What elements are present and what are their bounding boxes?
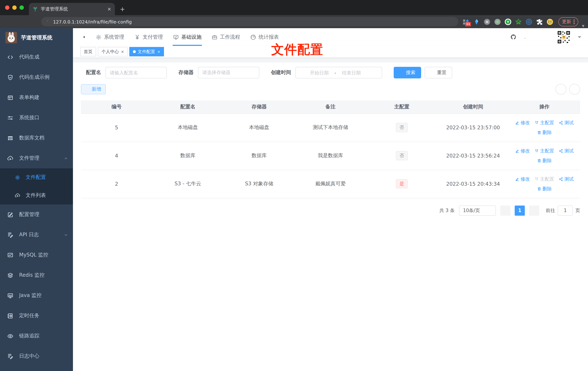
toolbar-overflow-caret-icon[interactable]: ▼ — [582, 24, 584, 28]
storage-select[interactable]: 请选择存储器 — [198, 67, 259, 78]
page-size-select[interactable]: 10条/页 — [459, 205, 496, 215]
tab-close-icon[interactable]: ✕ — [107, 6, 111, 12]
master-config-action[interactable]: 主配置 — [535, 176, 554, 182]
sidebar-item-数据库文档[interactable]: 数据库文档 — [0, 128, 73, 148]
add-button[interactable]: 新增 — [81, 84, 106, 94]
sidebar-fold-icon[interactable] — [78, 33, 86, 41]
sidebar-item-MySQL 监控[interactable]: MySQL 监控 — [0, 245, 73, 265]
reload-icon[interactable] — [22, 18, 29, 25]
github-icon[interactable] — [510, 34, 516, 40]
tag-个人中心[interactable]: 个人中心✕ — [98, 47, 128, 56]
tag-close-icon[interactable]: ✕ — [157, 50, 160, 54]
extension-y-icon[interactable]: Y — [504, 18, 511, 25]
nav-item-工作流程[interactable]: 工作流程 — [207, 28, 245, 46]
macos-window-controls[interactable] — [5, 5, 24, 10]
avatar-dropdown-caret-icon[interactable] — [577, 34, 583, 40]
sidebar-item-日志中心[interactable]: 日志中心 — [0, 346, 73, 366]
extension-gray-circle-icon[interactable] — [494, 18, 501, 25]
nav-item-基础设施[interactable]: 基础设施 — [168, 28, 207, 46]
nav-item-系统管理[interactable]: 系统管理 — [91, 28, 129, 46]
edit-action[interactable]: 修改 — [515, 119, 530, 126]
fullscreen-icon[interactable] — [534, 34, 540, 40]
sidebar-item-API 日志[interactable]: API 日志 — [0, 225, 73, 245]
share-icon[interactable] — [441, 19, 446, 24]
search-icon[interactable] — [499, 34, 505, 40]
edit-action[interactable]: 修改 — [515, 176, 530, 182]
sidebar-item-链路追踪[interactable]: 链路追踪 — [0, 326, 73, 346]
sidebar-subitem-文件配置[interactable]: 文件配置 — [0, 168, 73, 186]
home-icon[interactable] — [32, 18, 38, 25]
help-icon[interactable] — [522, 34, 528, 40]
test-action[interactable]: 测试 — [559, 176, 574, 182]
edit-action[interactable]: 修改 — [515, 148, 530, 154]
search-button[interactable]: 搜索 — [394, 67, 421, 78]
yen-icon — [134, 34, 140, 40]
address-bar[interactable]: 127.0.0.1:1024/infra/file/file-config — [41, 17, 458, 26]
master-config-action[interactable]: 主配置 — [535, 148, 554, 154]
sidebar-item-文件管理[interactable]: 文件管理 — [0, 148, 73, 168]
goto-page-input[interactable] — [558, 205, 573, 215]
magnet-icon — [535, 120, 539, 125]
sidebar-item-Redis 监控[interactable]: Redis 监控 — [0, 265, 73, 285]
font-size-icon[interactable] — [545, 34, 551, 40]
nav-item-统计报表[interactable]: 统计报表 — [245, 28, 284, 46]
gear-icon — [96, 34, 102, 40]
extension-eye-icon[interactable] — [525, 18, 532, 25]
site-info-icon[interactable] — [45, 19, 50, 24]
sidebar-logo-row[interactable]: 芋道管理系统 — [0, 28, 73, 47]
tag-文件配置[interactable]: 文件配置✕ — [129, 47, 164, 56]
extension-kite-icon[interactable] — [473, 18, 480, 25]
browser-tab[interactable]: 芋道管理系统 ✕ — [29, 3, 115, 15]
page-number-current[interactable]: 1 — [515, 205, 525, 215]
sidebar-item-系统接口[interactable]: 系统接口 — [0, 108, 73, 128]
share-test-icon — [559, 149, 563, 153]
delete-action[interactable]: 删除 — [537, 186, 552, 192]
master-config-action[interactable]: 主配置 — [535, 119, 554, 126]
date-range-picker[interactable]: - — [295, 67, 382, 78]
refresh-table-button[interactable] — [569, 84, 580, 95]
sidebar-item-配置管理[interactable]: 配置管理 — [0, 204, 73, 225]
back-icon[interactable] — [4, 18, 10, 25]
test-action[interactable]: 测试 — [559, 148, 574, 154]
zoom-window-button[interactable] — [20, 5, 24, 10]
browser-menu-kebab-icon[interactable] — [574, 19, 575, 24]
sidebar-item-表单构建[interactable]: 表单构建 — [0, 87, 73, 108]
notebook-clock-icon — [7, 313, 13, 319]
row-actions-line1: 修改主配置测试 — [515, 148, 574, 154]
new-tab-button[interactable]: + — [118, 4, 127, 14]
close-window-button[interactable] — [5, 5, 9, 10]
extension-star-icon[interactable] — [515, 18, 522, 25]
delete-action[interactable]: 删除 — [537, 157, 552, 164]
user-avatar-qr[interactable] — [556, 30, 571, 44]
layers-icon — [7, 272, 13, 278]
forward-icon[interactable] — [13, 18, 20, 25]
next-page-button[interactable] — [529, 205, 539, 215]
password-key-icon[interactable] — [433, 19, 438, 24]
browser-update-button[interactable]: 更新 — [558, 17, 578, 26]
minimize-window-button[interactable] — [12, 5, 17, 10]
refresh-icon — [572, 87, 577, 92]
extension-puzzle-icon[interactable] — [536, 18, 543, 25]
tag-首页[interactable]: 首页 — [80, 47, 96, 56]
top-nav: 系统管理支付管理基础设施工作流程统计报表 — [91, 28, 284, 46]
prev-page-button[interactable] — [500, 205, 510, 215]
sidebar-item-代码生成示例[interactable]: 代码生成示例 — [0, 67, 73, 87]
toggle-search-button[interactable] — [556, 84, 566, 95]
delete-action[interactable]: 删除 — [537, 129, 552, 136]
extension-command-icon[interactable]: ⌘ — [484, 18, 491, 25]
nav-item-支付管理[interactable]: 支付管理 — [129, 28, 168, 46]
sidebar-item-Java 监控[interactable]: Java 监控 — [0, 285, 73, 306]
test-action[interactable]: 测试 — [559, 119, 574, 126]
config-name-input[interactable] — [105, 67, 167, 78]
bookmark-star-icon[interactable] — [449, 19, 455, 24]
filter-form: 配置名 存储器 请选择存储器 创建时间 - — [86, 67, 580, 78]
sidebar-item-代码生成[interactable]: 代码生成 — [0, 47, 73, 67]
date-start-input[interactable] — [306, 70, 332, 75]
extension-emoji-icon[interactable] — [546, 18, 553, 25]
sidebar-item-定时任务[interactable]: 定时任务 — [0, 306, 73, 326]
extension-blocks-icon[interactable]: 11 — [463, 18, 470, 25]
reset-button[interactable]: 重置 — [425, 67, 452, 78]
date-end-input[interactable] — [338, 70, 364, 75]
sidebar-subitem-文件列表[interactable]: 文件列表 — [0, 186, 73, 204]
tag-close-icon[interactable]: ✕ — [121, 50, 124, 54]
